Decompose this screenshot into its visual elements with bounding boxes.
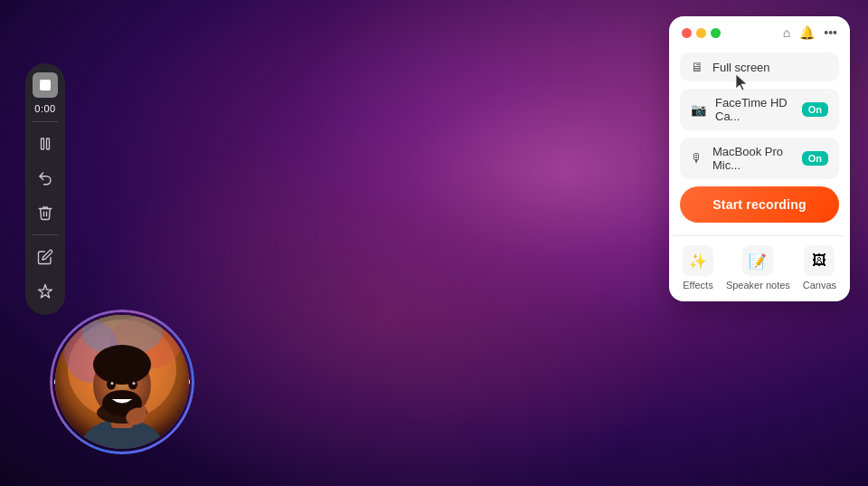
home-icon[interactable]: ⌂ bbox=[783, 25, 790, 40]
minimize-button[interactable] bbox=[696, 28, 706, 38]
full-screen-row[interactable]: 🖥 Full screen bbox=[680, 52, 839, 81]
delete-button[interactable] bbox=[31, 198, 60, 227]
traffic-lights bbox=[682, 28, 721, 38]
svg-point-10 bbox=[93, 345, 151, 385]
speaker-notes-button[interactable]: 📝 Speaker notes bbox=[726, 245, 790, 291]
effects-toolbar-button[interactable] bbox=[31, 277, 60, 306]
stop-button[interactable] bbox=[33, 72, 58, 98]
more-options-icon[interactable]: ••• bbox=[824, 25, 837, 40]
person-svg bbox=[55, 315, 189, 449]
effects-icon: ✨ bbox=[683, 245, 713, 276]
undo-button[interactable] bbox=[31, 164, 60, 193]
recording-panel: ⌂ 🔔 ••• 🖥 Full screen 📷 FaceTime HD Ca..… bbox=[669, 16, 850, 301]
svg-point-13 bbox=[107, 380, 116, 390]
close-button[interactable] bbox=[682, 28, 692, 38]
camera-label: FaceTime HD Ca... bbox=[715, 96, 793, 123]
svg-rect-1 bbox=[47, 138, 50, 149]
mic-icon: 🎙 bbox=[691, 151, 703, 166]
full-screen-label: Full screen bbox=[712, 61, 828, 74]
maximize-button[interactable] bbox=[711, 28, 721, 38]
draw-button[interactable] bbox=[31, 243, 60, 272]
bell-icon[interactable]: 🔔 bbox=[799, 25, 815, 40]
avatar bbox=[55, 315, 189, 449]
monitor-icon: 🖥 bbox=[691, 60, 703, 74]
panel-bottom-toolbar: ✨ Effects 📝 Speaker notes 🖼 Canvas bbox=[669, 236, 850, 301]
pause-button[interactable] bbox=[31, 129, 60, 158]
camera-icon: 📷 bbox=[691, 102, 706, 117]
start-recording-button[interactable]: Start recording bbox=[680, 186, 839, 223]
titlebar-icons: ⌂ 🔔 ••• bbox=[783, 25, 837, 40]
panel-content: 🖥 Full screen 📷 FaceTime HD Ca... On 🎙 M… bbox=[669, 47, 850, 235]
mic-badge: On bbox=[802, 151, 828, 166]
speaker-notes-label: Speaker notes bbox=[726, 280, 790, 291]
svg-point-14 bbox=[128, 380, 137, 390]
svg-rect-0 bbox=[42, 138, 44, 149]
svg-point-16 bbox=[133, 382, 136, 385]
left-toolbar: 0:00 bbox=[25, 63, 65, 315]
canvas-label: Canvas bbox=[803, 280, 836, 291]
avatar-container bbox=[50, 310, 194, 454]
microphone-row[interactable]: 🎙 MacBook Pro Mic... On bbox=[680, 138, 839, 179]
toolbar-divider-1 bbox=[33, 121, 58, 122]
timer-display: 0:00 bbox=[34, 103, 55, 114]
mic-label: MacBook Pro Mic... bbox=[712, 145, 793, 172]
toolbar-divider-2 bbox=[33, 234, 58, 235]
camera-row[interactable]: 📷 FaceTime HD Ca... On bbox=[680, 89, 839, 130]
effects-label: Effects bbox=[683, 280, 712, 291]
effects-button[interactable]: ✨ Effects bbox=[683, 245, 713, 291]
canvas-button[interactable]: 🖼 Canvas bbox=[803, 245, 836, 291]
notes-icon: 📝 bbox=[742, 245, 773, 276]
panel-titlebar: ⌂ 🔔 ••• bbox=[669, 16, 850, 47]
canvas-icon: 🖼 bbox=[804, 245, 835, 276]
camera-badge: On bbox=[802, 102, 828, 117]
svg-point-15 bbox=[111, 382, 114, 385]
